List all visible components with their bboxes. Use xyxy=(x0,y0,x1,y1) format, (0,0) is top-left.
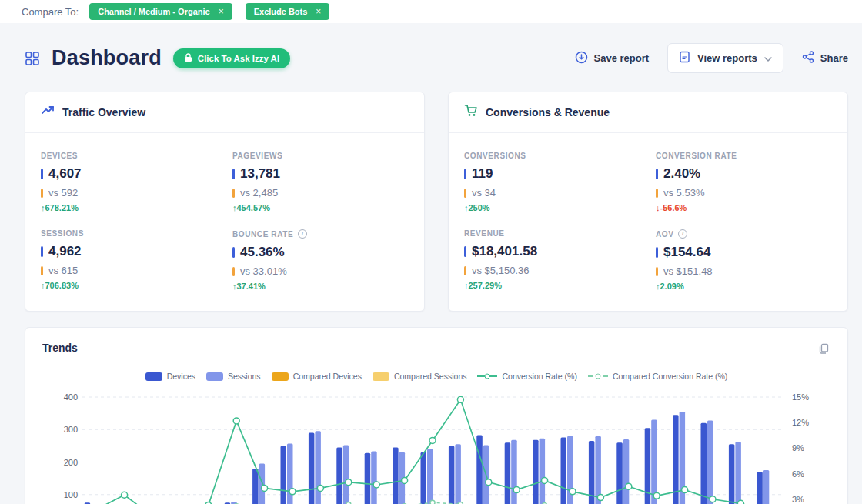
view-reports-button[interactable]: View reports xyxy=(667,43,783,73)
value-tick xyxy=(656,247,658,258)
compare-tick xyxy=(41,266,43,275)
metric-value-text: $18,401.58 xyxy=(472,244,537,259)
save-report-button[interactable]: Save report xyxy=(575,51,650,66)
value-tick xyxy=(464,169,466,179)
share-icon xyxy=(802,51,814,65)
conversion-metrics: CONVERSIONS119vs 34↑250%CONVERSION RATE2… xyxy=(449,133,847,311)
metric-compare: vs 33.01% xyxy=(232,265,409,277)
copy-icon[interactable] xyxy=(817,342,830,358)
metric-revenue: REVENUE$18,401.58vs $5,150.36↑257.29% xyxy=(464,229,640,291)
metric-conversion-rate: CONVERSION RATE2.40%vs 5.53%↓-56.6% xyxy=(656,152,832,212)
close-icon[interactable]: × xyxy=(219,7,224,16)
compare-tick xyxy=(656,267,658,276)
metric-compare: vs $5,150.36 xyxy=(464,265,640,276)
legend-item-compared-conversion-rate[interactable]: Compared Conversion Rate (%) xyxy=(588,372,727,381)
svg-text:3%: 3% xyxy=(792,495,804,504)
legend-item-conversion-rate[interactable]: Conversion Rate (%) xyxy=(477,372,576,381)
report-icon xyxy=(679,51,690,65)
compare-chips: Channel / Medium - Organic×Exclude Bots× xyxy=(89,3,329,20)
legend-label: Sessions xyxy=(228,372,261,381)
legend-item-devices[interactable]: Devices xyxy=(145,372,195,381)
metric-delta: ↑257.29% xyxy=(464,281,640,290)
close-icon[interactable]: × xyxy=(316,7,321,16)
metric-compare: vs 592 xyxy=(41,187,217,199)
trends-card: Trends DevicesSessionsCompared DevicesCo… xyxy=(25,327,848,504)
metric-compare: vs 615 xyxy=(41,265,217,276)
svg-text:6%: 6% xyxy=(792,469,804,479)
value-tick xyxy=(464,246,466,257)
metric-value-text: 119 xyxy=(472,166,493,182)
trends-chart-svg: 1002003004003%6%9%12%15% xyxy=(42,389,832,504)
compare-tick xyxy=(41,189,43,198)
metric-bounce-rate: BOUNCE RATEi45.36%vs 33.01%↑37.41% xyxy=(232,229,409,291)
value-tick xyxy=(656,169,658,179)
legend-swatch xyxy=(145,372,162,381)
svg-text:400: 400 xyxy=(64,392,78,402)
legend-item-compared-sessions[interactable]: Compared Sessions xyxy=(373,372,467,381)
metric-compare-text: vs 5.53% xyxy=(663,187,704,199)
info-icon[interactable]: i xyxy=(678,229,687,239)
dashboard-grid-icon[interactable] xyxy=(25,51,40,66)
legend-item-sessions[interactable]: Sessions xyxy=(206,372,261,381)
metric-label: AOVi xyxy=(656,229,832,239)
value-tick xyxy=(232,247,235,258)
legend-circle xyxy=(485,374,490,379)
metric-compare-text: vs $151.48 xyxy=(663,265,713,277)
chip-label: Exclude Bots xyxy=(254,8,308,16)
metric-compare-text: vs 592 xyxy=(48,187,78,199)
metric-value: 119 xyxy=(464,166,640,182)
metric-delta: ↑706.83% xyxy=(41,281,217,290)
page: Compare To: Channel / Medium - Organic×E… xyxy=(0,0,862,504)
metric-value: $154.64 xyxy=(656,245,832,260)
metric-delta: ↑454.57% xyxy=(232,203,409,212)
metric-compare-text: vs 2,485 xyxy=(240,187,278,199)
metric-compare: vs 5.53% xyxy=(656,187,832,199)
metric-value: 45.36% xyxy=(232,245,409,260)
ask-izzy-ai-label: Click To Ask Izzy AI xyxy=(198,54,279,63)
chip-label: Channel / Medium - Organic xyxy=(98,8,209,16)
metric-label: REVENUE xyxy=(464,229,640,238)
metric-value: 4,607 xyxy=(41,166,217,182)
info-icon[interactable]: i xyxy=(298,229,307,239)
legend-line-marker xyxy=(588,373,608,380)
header-row: Dashboard Click To Ask Izzy AI Save repo… xyxy=(25,43,848,73)
legend-label: Compared Devices xyxy=(293,372,362,381)
svg-text:12%: 12% xyxy=(792,418,809,427)
metric-conversions: CONVERSIONS119vs 34↑250% xyxy=(464,152,640,212)
metric-label: CONVERSION RATE xyxy=(656,152,832,160)
svg-text:100: 100 xyxy=(64,490,78,499)
compare-to-label: Compare To: xyxy=(22,6,79,18)
traffic-overview-card: Traffic Overview DEVICES4,607vs 592↑678.… xyxy=(25,92,425,312)
metric-compare: vs $151.48 xyxy=(656,265,832,277)
trends-title: Trends xyxy=(42,342,78,354)
legend-swatch xyxy=(206,372,223,381)
legend-label: Compared Sessions xyxy=(394,372,467,381)
metric-pageviews: PAGEVIEWS13,781vs 2,485↑454.57% xyxy=(232,152,409,212)
share-button[interactable]: Share xyxy=(802,51,848,65)
metric-delta: ↑37.41% xyxy=(232,282,409,291)
compare-chip-channel-medium-organic[interactable]: Channel / Medium - Organic× xyxy=(89,3,232,20)
svg-text:300: 300 xyxy=(64,425,78,434)
metric-value-text: 2.40% xyxy=(663,166,700,182)
compare-tick xyxy=(464,189,466,198)
metric-compare-text: vs 615 xyxy=(48,265,78,276)
metric-label: SESSIONS xyxy=(41,229,217,238)
ask-izzy-ai-button[interactable]: Click To Ask Izzy AI xyxy=(173,48,290,68)
compare-chip-exclude-bots[interactable]: Exclude Bots× xyxy=(246,3,330,20)
legend-line-marker xyxy=(477,373,497,380)
legend-swatch xyxy=(272,372,289,381)
metric-compare-text: vs $5,150.36 xyxy=(472,265,529,276)
compare-tick xyxy=(464,266,466,275)
metric-value-text: 45.36% xyxy=(240,245,285,260)
value-tick xyxy=(41,246,43,257)
izzy-ai-icon xyxy=(184,53,192,64)
conversions-revenue-card: Conversions & Revenue CONVERSIONS119vs 3… xyxy=(448,92,848,312)
compare-bar: Compare To: Channel / Medium - Organic×E… xyxy=(0,0,862,23)
compare-tick xyxy=(232,267,235,276)
traffic-overview-title: Traffic Overview xyxy=(62,106,145,118)
save-report-icon xyxy=(575,51,588,66)
metric-delta: ↑250% xyxy=(464,203,640,212)
metric-value-text: 13,781 xyxy=(240,166,280,182)
metric-label: BOUNCE RATEi xyxy=(232,229,409,239)
legend-item-compared-devices[interactable]: Compared Devices xyxy=(272,372,362,381)
